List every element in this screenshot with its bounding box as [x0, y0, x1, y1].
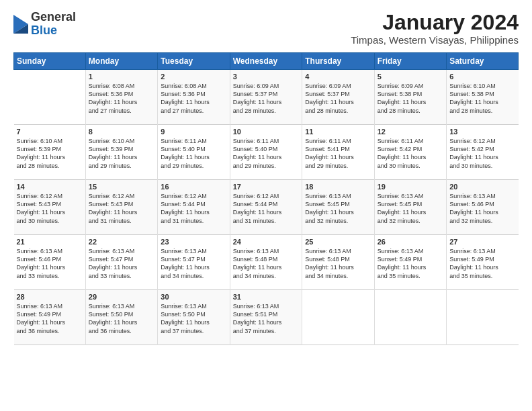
- day-number: 17: [233, 183, 299, 191]
- day-number: 28: [17, 293, 83, 301]
- day-number: 31: [233, 293, 299, 301]
- calendar-cell: [374, 290, 446, 345]
- day-number: 2: [161, 73, 226, 81]
- cell-content: Sunrise: 6:09 AM Sunset: 5:37 PM Dayligh…: [233, 82, 299, 115]
- calendar-cell: 24Sunrise: 6:13 AM Sunset: 5:48 PM Dayli…: [230, 235, 302, 290]
- cell-content: Sunrise: 6:13 AM Sunset: 5:47 PM Dayligh…: [161, 247, 226, 280]
- calendar-cell: 2Sunrise: 6:08 AM Sunset: 5:36 PM Daylig…: [158, 70, 230, 125]
- day-number: 10: [233, 128, 299, 136]
- calendar-week-row: 21Sunrise: 6:13 AM Sunset: 5:46 PM Dayli…: [14, 235, 519, 290]
- day-header-thursday: Thursday: [302, 53, 374, 70]
- calendar-cell: 30Sunrise: 6:13 AM Sunset: 5:50 PM Dayli…: [158, 290, 230, 345]
- calendar-cell: 22Sunrise: 6:13 AM Sunset: 5:47 PM Dayli…: [85, 235, 157, 290]
- calendar-week-row: 1Sunrise: 6:08 AM Sunset: 5:36 PM Daylig…: [14, 70, 519, 125]
- calendar-cell: 19Sunrise: 6:13 AM Sunset: 5:45 PM Dayli…: [374, 180, 446, 235]
- day-number: 22: [89, 238, 154, 246]
- cell-content: Sunrise: 6:13 AM Sunset: 5:51 PM Dayligh…: [233, 302, 299, 335]
- day-number: 11: [305, 128, 371, 136]
- cell-content: Sunrise: 6:08 AM Sunset: 5:36 PM Dayligh…: [89, 82, 154, 115]
- calendar-cell: 1Sunrise: 6:08 AM Sunset: 5:36 PM Daylig…: [85, 70, 157, 125]
- calendar-cell: 17Sunrise: 6:12 AM Sunset: 5:44 PM Dayli…: [230, 180, 302, 235]
- cell-content: Sunrise: 6:11 AM Sunset: 5:40 PM Dayligh…: [161, 137, 226, 170]
- cell-content: Sunrise: 6:09 AM Sunset: 5:38 PM Dayligh…: [378, 82, 443, 115]
- cell-content: Sunrise: 6:13 AM Sunset: 5:50 PM Dayligh…: [89, 302, 154, 335]
- cell-content: Sunrise: 6:13 AM Sunset: 5:45 PM Dayligh…: [378, 192, 443, 225]
- day-number: 14: [17, 183, 83, 191]
- cell-content: Sunrise: 6:11 AM Sunset: 5:41 PM Dayligh…: [305, 137, 371, 170]
- day-number: 21: [17, 238, 83, 246]
- calendar-cell: 28Sunrise: 6:13 AM Sunset: 5:49 PM Dayli…: [14, 290, 86, 345]
- day-number: 23: [161, 238, 226, 246]
- cell-content: Sunrise: 6:13 AM Sunset: 5:47 PM Dayligh…: [89, 247, 154, 280]
- logo-general-text: General: [31, 10, 76, 24]
- day-number: 26: [378, 238, 443, 246]
- page-title: January 2024: [351, 11, 519, 34]
- day-number: 8: [89, 128, 154, 136]
- calendar-cell: 16Sunrise: 6:12 AM Sunset: 5:44 PM Dayli…: [158, 180, 230, 235]
- cell-content: Sunrise: 6:13 AM Sunset: 5:48 PM Dayligh…: [233, 247, 299, 280]
- day-number: 12: [378, 128, 443, 136]
- calendar-week-row: 7Sunrise: 6:10 AM Sunset: 5:39 PM Daylig…: [14, 125, 519, 180]
- calendar-cell: 13Sunrise: 6:12 AM Sunset: 5:42 PM Dayli…: [447, 125, 519, 180]
- title-block: January 2024 Timpas, Western Visayas, Ph…: [351, 11, 519, 46]
- calendar-week-row: 28Sunrise: 6:13 AM Sunset: 5:49 PM Dayli…: [14, 290, 519, 345]
- page: General Blue January 2024 Timpas, Wester…: [0, 0, 532, 411]
- page-subtitle: Timpas, Western Visayas, Philippines: [351, 34, 519, 46]
- day-number: 1: [89, 73, 154, 81]
- cell-content: Sunrise: 6:12 AM Sunset: 5:42 PM Dayligh…: [449, 137, 515, 170]
- day-header-saturday: Saturday: [447, 53, 519, 70]
- day-number: 5: [378, 73, 443, 81]
- calendar-header-row: SundayMondayTuesdayWednesdayThursdayFrid…: [14, 53, 519, 70]
- calendar-cell: 29Sunrise: 6:13 AM Sunset: 5:50 PM Dayli…: [85, 290, 157, 345]
- day-number: 18: [305, 183, 371, 191]
- calendar-cell: 20Sunrise: 6:13 AM Sunset: 5:46 PM Dayli…: [447, 180, 519, 235]
- day-header-friday: Friday: [374, 53, 446, 70]
- calendar-cell: [302, 290, 374, 345]
- day-number: 13: [449, 128, 515, 136]
- day-header-sunday: Sunday: [14, 53, 86, 70]
- day-number: 30: [161, 293, 226, 301]
- calendar-cell: 21Sunrise: 6:13 AM Sunset: 5:46 PM Dayli…: [14, 235, 86, 290]
- day-number: 20: [449, 183, 515, 191]
- calendar-table: SundayMondayTuesdayWednesdayThursdayFrid…: [13, 52, 519, 345]
- calendar-cell: 10Sunrise: 6:11 AM Sunset: 5:40 PM Dayli…: [230, 125, 302, 180]
- calendar-cell: 12Sunrise: 6:11 AM Sunset: 5:42 PM Dayli…: [374, 125, 446, 180]
- calendar-week-row: 14Sunrise: 6:12 AM Sunset: 5:43 PM Dayli…: [14, 180, 519, 235]
- cell-content: Sunrise: 6:08 AM Sunset: 5:36 PM Dayligh…: [161, 82, 226, 115]
- cell-content: Sunrise: 6:13 AM Sunset: 5:45 PM Dayligh…: [305, 192, 371, 225]
- calendar-cell: [447, 290, 519, 345]
- day-number: 6: [449, 73, 515, 81]
- calendar-cell: 31Sunrise: 6:13 AM Sunset: 5:51 PM Dayli…: [230, 290, 302, 345]
- calendar-cell: 5Sunrise: 6:09 AM Sunset: 5:38 PM Daylig…: [374, 70, 446, 125]
- cell-content: Sunrise: 6:12 AM Sunset: 5:44 PM Dayligh…: [233, 192, 299, 225]
- cell-content: Sunrise: 6:11 AM Sunset: 5:40 PM Dayligh…: [233, 137, 299, 170]
- cell-content: Sunrise: 6:12 AM Sunset: 5:43 PM Dayligh…: [17, 192, 83, 225]
- cell-content: Sunrise: 6:13 AM Sunset: 5:49 PM Dayligh…: [449, 247, 515, 280]
- day-header-wednesday: Wednesday: [230, 53, 302, 70]
- cell-content: Sunrise: 6:09 AM Sunset: 5:37 PM Dayligh…: [305, 82, 371, 115]
- cell-content: Sunrise: 6:10 AM Sunset: 5:39 PM Dayligh…: [89, 137, 154, 170]
- calendar-cell: 23Sunrise: 6:13 AM Sunset: 5:47 PM Dayli…: [158, 235, 230, 290]
- calendar-cell: 3Sunrise: 6:09 AM Sunset: 5:37 PM Daylig…: [230, 70, 302, 125]
- calendar-cell: 8Sunrise: 6:10 AM Sunset: 5:39 PM Daylig…: [85, 125, 157, 180]
- cell-content: Sunrise: 6:12 AM Sunset: 5:44 PM Dayligh…: [161, 192, 226, 225]
- calendar-cell: 18Sunrise: 6:13 AM Sunset: 5:45 PM Dayli…: [302, 180, 374, 235]
- cell-content: Sunrise: 6:13 AM Sunset: 5:46 PM Dayligh…: [449, 192, 515, 225]
- day-number: 4: [305, 73, 371, 81]
- cell-content: Sunrise: 6:13 AM Sunset: 5:46 PM Dayligh…: [17, 247, 83, 280]
- day-number: 24: [233, 238, 299, 246]
- cell-content: Sunrise: 6:13 AM Sunset: 5:49 PM Dayligh…: [378, 247, 443, 280]
- header: General Blue January 2024 Timpas, Wester…: [13, 11, 519, 46]
- calendar-cell: 26Sunrise: 6:13 AM Sunset: 5:49 PM Dayli…: [374, 235, 446, 290]
- logo-icon: [13, 15, 28, 34]
- day-number: 3: [233, 73, 299, 81]
- cell-content: Sunrise: 6:13 AM Sunset: 5:49 PM Dayligh…: [17, 302, 83, 335]
- calendar-cell: 9Sunrise: 6:11 AM Sunset: 5:40 PM Daylig…: [158, 125, 230, 180]
- calendar-cell: 25Sunrise: 6:13 AM Sunset: 5:48 PM Dayli…: [302, 235, 374, 290]
- calendar-cell: [14, 70, 86, 125]
- calendar-cell: 15Sunrise: 6:12 AM Sunset: 5:43 PM Dayli…: [85, 180, 157, 235]
- cell-content: Sunrise: 6:10 AM Sunset: 5:39 PM Dayligh…: [17, 137, 83, 170]
- day-number: 19: [378, 183, 443, 191]
- cell-content: Sunrise: 6:11 AM Sunset: 5:42 PM Dayligh…: [378, 137, 443, 170]
- calendar-cell: 14Sunrise: 6:12 AM Sunset: 5:43 PM Dayli…: [14, 180, 86, 235]
